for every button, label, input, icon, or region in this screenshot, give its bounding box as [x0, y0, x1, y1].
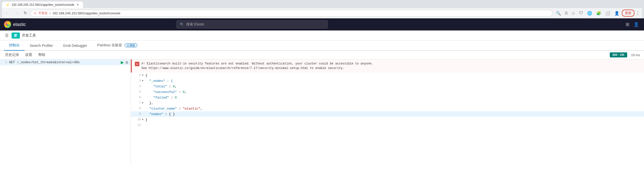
out-line-content: "failed" : 0 [145, 96, 177, 99]
tab-grok-debugger[interactable]: Grok Debugger [58, 41, 92, 51]
settings-button[interactable]: 设置 [24, 52, 33, 58]
search-icon: 🔍 [180, 22, 184, 26]
elastic-logo: elastic [4, 21, 26, 28]
address-bar[interactable]: ⚠ 不安全 | 192.168.245.151:5601/app/dev_too… [30, 10, 552, 17]
browser-tab: ⚡ 192.168.245.151:5601/app/dev_tools#/co… [2, 2, 83, 8]
out-line-num: 10 [134, 118, 141, 121]
out-line-num: 6 [134, 96, 141, 99]
dev-tools-badge: 默 [12, 32, 20, 39]
out-line-content: "nodes" : { } [145, 112, 175, 116]
output-line: 5 "successful" : 0, [131, 89, 644, 95]
response-viewer: ✕ #! Elasticsearch built-in security fea… [131, 59, 644, 165]
out-line-num: 3 [134, 79, 141, 83]
editor-line: 1 GET /_nodes/hot_threads&interval=30s ▶… [0, 59, 131, 65]
browser-chrome: ⚡ 192.168.245.151:5601/app/dev_tools#/co… [0, 0, 644, 18]
fold-icon[interactable]: ▼ [142, 79, 144, 82]
out-line-num: 7 [134, 101, 141, 105]
out-line-num: 4 [134, 85, 141, 88]
response-time: 19 ms [631, 53, 640, 57]
out-line-num: 2 [134, 74, 141, 77]
history-button[interactable]: 历史记录 [4, 52, 20, 58]
help-button[interactable]: 帮助 [37, 52, 46, 58]
url-text: 192.168.245.151:5601/app/dev_tools#/cons… [52, 11, 549, 15]
fold-icon[interactable]: ▼ [142, 101, 144, 105]
output-line: 4 "total" : 0, [131, 84, 644, 89]
output-line: 2 ▼ { [131, 73, 644, 78]
out-line-num: 5 [134, 90, 141, 94]
bookmark-button[interactable]: ☆ [570, 10, 577, 17]
error-banner: ✕ #! Elasticsearch built-in security fea… [131, 59, 644, 73]
out-line-num: 8 [134, 107, 141, 110]
global-search-bar[interactable]: 🔍 搜索 Elastic [177, 20, 328, 28]
profile-button[interactable]: 👤 [613, 10, 621, 17]
elastic-logo-icon [4, 21, 11, 28]
nav-actions: 🔍 ⎙ ☆ 🛡 🌐 🧩 ⬜ 👤 更新 ⋮ [554, 10, 640, 17]
address-separator: | [50, 11, 50, 15]
beta-badge: 公测版 [125, 43, 137, 47]
breadcrumb-dev-tools: 开发工具 [22, 33, 36, 38]
share-button[interactable]: ⎙ [564, 10, 569, 16]
run-button[interactable]: ▶ [121, 60, 124, 65]
output-line: 3 ▼ "_nodes" : { [131, 78, 644, 84]
user-nav-icon[interactable]: 👤 [632, 21, 640, 28]
forward-button[interactable]: → [13, 11, 20, 16]
extensions-button[interactable]: 🧩 [595, 10, 603, 17]
line-content: GET /_nodes/hot_threads&interval=30s [9, 60, 119, 64]
out-line-content: }, [145, 101, 153, 105]
fold-icon[interactable]: ▼ [142, 74, 144, 77]
top-nav-actions: ⊞ 👤 [625, 21, 640, 28]
elastic-app: elastic 🔍 搜索 Elastic ⊞ 👤 ☰ 默 开发工具 控制台 Se… [0, 18, 644, 165]
fold-icon[interactable]: ▼ [142, 118, 144, 121]
copy-button[interactable]: ⚙ [125, 60, 129, 65]
editor-area: 1 GET /_nodes/hot_threads&interval=30s ▶… [0, 59, 644, 165]
update-button[interactable]: 更新 [622, 10, 634, 17]
zoom-button[interactable]: 🔍 [554, 10, 562, 17]
status-badge: 200 - OK [610, 52, 627, 57]
request-editor[interactable]: 1 GET /_nodes/hot_threads&interval=30s ▶… [0, 59, 131, 165]
elastic-text: elastic [13, 22, 26, 27]
apps-icon[interactable]: ⊞ [625, 21, 630, 28]
security-icon: ⚠ [34, 11, 36, 15]
elastic-ext-button[interactable]: 🛡 [578, 10, 585, 16]
error-line-2: See https://www.elastic.co/guide/en/elas… [141, 66, 373, 71]
output-line: 7 ▼ }, [131, 100, 644, 106]
tab-console[interactable]: 控制台 [4, 41, 25, 51]
line-actions: ▶ ⚙ [121, 60, 129, 65]
output-line: 10 ▼ } [131, 117, 644, 122]
tab-title: 192.168.245.151:5601/app/dev_tools#/cons… [12, 3, 74, 7]
hamburger-button[interactable]: ☰ [4, 32, 10, 39]
line-number: 1 [2, 61, 7, 64]
tab-close-btn[interactable]: ✕ [76, 3, 79, 7]
output-line-selected: 9 "nodes" : { } [131, 111, 644, 117]
error-text: #! Elasticsearch built-in security featu… [141, 61, 373, 71]
search-placeholder: 搜索 Elastic [186, 22, 205, 27]
toolbar: 历史记录 设置 帮助 200 - OK 19 ms [0, 51, 644, 59]
translate-button[interactable]: 🌐 [586, 10, 594, 17]
out-line-content: { [145, 74, 147, 77]
out-line-content [145, 123, 147, 127]
secondary-nav: ☰ 默 开发工具 [0, 30, 644, 41]
browser-nav-row: ← → ↻ ⚠ 不安全 | 192.168.245.151:5601/app/d… [2, 8, 642, 18]
out-line-content: "cluster_name" : "elastic", [145, 107, 202, 111]
reload-button[interactable]: ↻ [22, 11, 28, 16]
tab-favicon: ⚡ [6, 3, 10, 7]
output-line: 11 [131, 122, 644, 128]
error-line-1: #! Elasticsearch built-in security featu… [141, 61, 373, 66]
sidebar-button[interactable]: ⬜ [604, 10, 612, 17]
tab-search-profiler[interactable]: Search Profiler [25, 41, 58, 51]
out-line-content: "successful" : 0, [145, 90, 187, 94]
security-label: 不安全 [38, 11, 48, 15]
output-line: 6 "failed" : 0 [131, 95, 644, 100]
tabs-row: 控制台 Search Profiler Grok Debugger Painle… [0, 41, 644, 51]
tab-painless[interactable]: Painless 实验室 公测版 [92, 41, 142, 51]
browser-tabs-row: ⚡ 192.168.245.151:5601/app/dev_tools#/co… [2, 2, 642, 8]
out-line-num: 9 [134, 112, 141, 116]
out-line-content: "total" : 0, [145, 85, 177, 88]
back-button[interactable]: ← [4, 11, 11, 16]
output-line: 8 "cluster_name" : "elastic", [131, 106, 644, 111]
browser-menu-button[interactable]: ⋮ [635, 10, 640, 16]
svg-point-2 [6, 23, 7, 26]
out-line-num: 11 [134, 123, 141, 127]
error-icon: ✕ [135, 62, 139, 66]
out-line-content: "_nodes" : { [145, 79, 173, 83]
